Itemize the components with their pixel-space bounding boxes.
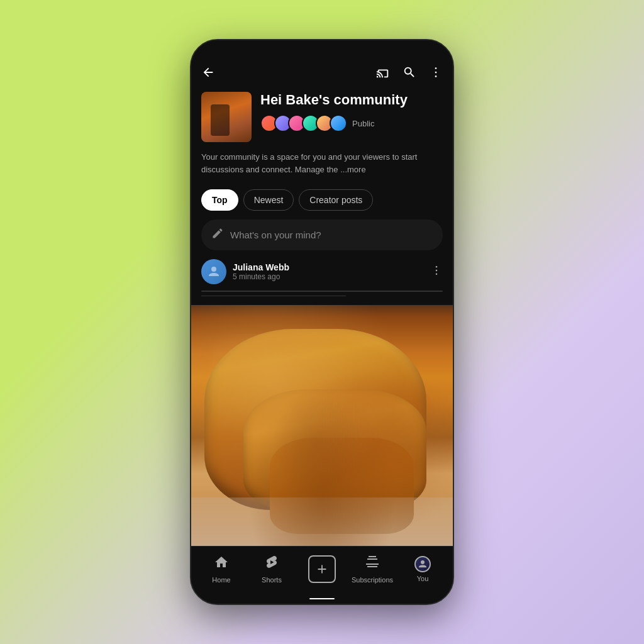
more-options-button[interactable] [429, 65, 443, 79]
channel-header: Hei Bake's community Public [201, 92, 443, 142]
nav-item-add[interactable] [297, 555, 347, 583]
post-text-line-1 [201, 291, 443, 292]
svg-point-3 [211, 267, 216, 272]
bread-slice-2 [243, 389, 426, 510]
add-button[interactable] [308, 555, 336, 583]
tab-top[interactable]: Top [201, 189, 238, 211]
user-avatar [201, 259, 226, 284]
back-button[interactable] [201, 65, 215, 79]
svg-point-0 [435, 67, 437, 69]
svg-point-1 [435, 72, 437, 74]
cast-button[interactable] [376, 65, 390, 79]
svg-point-7 [421, 560, 425, 564]
shorts-icon [264, 555, 279, 574]
search-button[interactable] [402, 65, 416, 79]
post-input-row[interactable]: What's on your mind? [201, 219, 443, 250]
dark-section: Hei Bake's community Public [191, 84, 453, 305]
top-bar [191, 60, 453, 84]
svg-point-2 [435, 75, 437, 77]
you-label: You [417, 575, 429, 582]
bread-plate [191, 497, 453, 546]
tab-creator-posts[interactable]: Creator posts [299, 189, 373, 211]
home-indicator-bar [191, 591, 453, 604]
status-bar [191, 40, 453, 60]
nav-item-shorts[interactable]: Shorts [247, 555, 297, 584]
subscriptions-label: Subscriptions [352, 576, 393, 584]
bread-slice-3 [270, 438, 414, 534]
svg-point-5 [436, 269, 438, 271]
visibility-label: Public [352, 119, 374, 128]
svg-point-6 [436, 273, 438, 275]
post-time: 5 minutes ago [233, 272, 289, 281]
content-area: Hei Bake's community Public [191, 84, 453, 546]
member-avatars [260, 114, 347, 132]
home-label: Home [212, 576, 230, 584]
you-avatar [414, 556, 431, 572]
post-input-placeholder[interactable]: What's on your mind? [230, 230, 321, 240]
home-indicator [309, 598, 335, 599]
post-text-line-2 [201, 296, 346, 297]
svg-point-4 [436, 265, 438, 267]
subscriptions-icon [365, 555, 380, 574]
home-icon [214, 555, 229, 574]
more-link[interactable]: ...more [340, 165, 365, 174]
members-row: Public [260, 114, 443, 132]
bread-slice-main [204, 329, 427, 509]
bread-crumb-texture [212, 334, 421, 491]
channel-thumbnail [201, 92, 252, 142]
post-user-info: Juliana Webb 5 minutes ago [233, 262, 289, 281]
post-username: Juliana Webb [233, 262, 289, 272]
post-header: Juliana Webb 5 minutes ago [201, 259, 443, 291]
member-avatar-6 [330, 114, 347, 132]
bread-image-visual [191, 305, 453, 546]
nav-item-you[interactable]: You [397, 556, 448, 582]
tab-newest[interactable]: Newest [243, 189, 294, 211]
tabs-row: Top Newest Creator posts [201, 183, 443, 219]
bottom-nav: Home Shorts Subscriptions You [191, 546, 453, 591]
post-user: Juliana Webb 5 minutes ago [201, 259, 289, 284]
channel-info: Hei Bake's community Public [260, 92, 443, 132]
shorts-label: Shorts [262, 576, 282, 584]
phone-frame: Hei Bake's community Public [190, 39, 454, 605]
nav-item-home[interactable]: Home [196, 555, 247, 584]
channel-title: Hei Bake's community [260, 92, 443, 108]
top-bar-actions [376, 65, 443, 79]
edit-icon [211, 227, 224, 243]
post-image [191, 305, 453, 546]
channel-description: Your community is a space for you and yo… [201, 151, 443, 183]
post-options-button[interactable] [430, 264, 443, 280]
nav-item-subscriptions[interactable]: Subscriptions [347, 555, 397, 584]
user-avatar-inner [201, 259, 226, 284]
post-card: Juliana Webb 5 minutes ago [201, 259, 443, 305]
